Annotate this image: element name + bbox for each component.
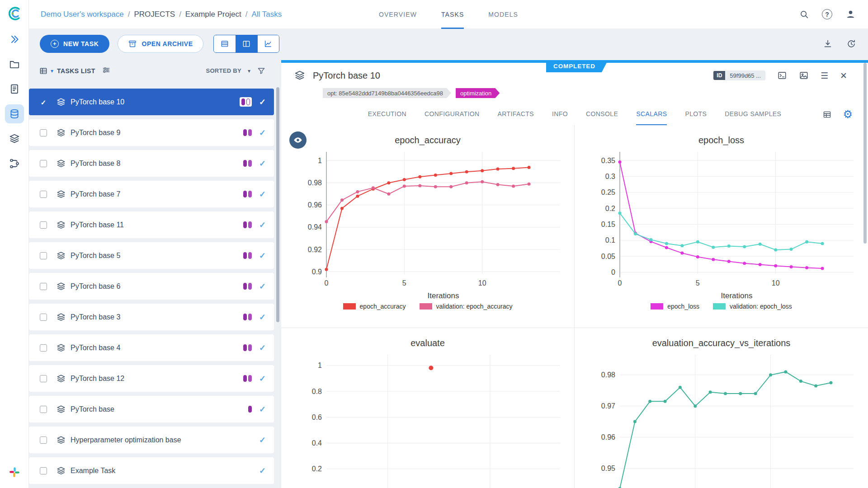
new-task-button[interactable]: + NEW TASK xyxy=(40,35,109,53)
task-row[interactable]: PyTorch base 6✓ xyxy=(29,273,274,300)
legend-item[interactable]: epoch_accuracy xyxy=(343,303,406,310)
task-checkbox[interactable] xyxy=(40,467,47,474)
archive-icon xyxy=(128,39,137,48)
sorted-by-label[interactable]: SORTED BY xyxy=(206,67,241,74)
task-checkbox[interactable] xyxy=(40,375,47,382)
task-type-icon xyxy=(56,159,66,169)
task-row[interactable]: ✓PyTorch base 10✓ xyxy=(29,89,274,115)
task-checkbox[interactable] xyxy=(40,406,47,413)
top-tab-overview[interactable]: OVERVIEW xyxy=(379,0,417,29)
detail-tab-configuration[interactable]: CONFIGURATION xyxy=(425,103,480,125)
chart-canvas[interactable]: 0.950.960.970.98 xyxy=(576,351,867,488)
task-row[interactable]: PyTorch base 4✓ xyxy=(29,334,274,361)
chevron-down-icon[interactable]: ▾ xyxy=(248,68,250,74)
datasets-icon[interactable] xyxy=(5,104,24,123)
detail-tab-scalars[interactable]: SCALARS xyxy=(636,103,667,125)
column-settings-icon[interactable] xyxy=(102,66,111,76)
svg-text:0.6: 0.6 xyxy=(311,413,321,421)
models-icon[interactable] xyxy=(5,129,24,148)
view-selector-icon[interactable]: ▾ xyxy=(39,66,53,75)
chart-title: epoch_loss xyxy=(698,135,744,145)
task-type-icon xyxy=(56,128,66,138)
projects-icon[interactable] xyxy=(5,55,24,74)
task-row[interactable]: Hyperparameter optimization base✓ xyxy=(29,427,274,453)
table-view-icon[interactable] xyxy=(214,35,236,52)
task-row[interactable]: PyTorch base 12✓ xyxy=(29,365,274,392)
task-checkbox[interactable] xyxy=(40,252,47,259)
task-status-check-icon: ✓ xyxy=(259,343,266,353)
pipelines-icon[interactable] xyxy=(5,154,24,173)
task-tag[interactable]: optimization xyxy=(456,88,500,98)
top-tab-models[interactable]: MODELS xyxy=(488,0,518,29)
reports-icon[interactable] xyxy=(5,80,24,99)
task-checkbox[interactable] xyxy=(40,160,47,167)
task-id-chip[interactable]: ID 59f99d65 ... xyxy=(713,70,765,80)
user-avatar-icon[interactable] xyxy=(845,9,856,20)
breadcrumb-separator: / xyxy=(179,10,181,19)
filter-icon[interactable] xyxy=(257,66,266,75)
chart-canvas[interactable]: 0.20.40.60.81 xyxy=(282,351,574,488)
legend-item[interactable]: epoch_loss xyxy=(651,303,699,310)
clearml-logo[interactable] xyxy=(5,5,24,23)
slack-icon[interactable] xyxy=(9,466,20,480)
detail-scrollbar-thumb[interactable] xyxy=(863,63,867,244)
detail-tab-execution[interactable]: EXECUTION xyxy=(368,103,406,125)
task-checkbox[interactable] xyxy=(40,283,47,290)
breadcrumb-item[interactable]: All Tasks xyxy=(251,10,282,19)
detail-tab-console[interactable]: CONSOLE xyxy=(586,103,618,125)
task-row[interactable]: PyTorch base 9✓ xyxy=(29,119,274,146)
detail-tab-info[interactable]: INFO xyxy=(552,103,568,125)
task-checkbox[interactable]: ✓ xyxy=(40,99,47,106)
chart-canvas[interactable]: 00.050.10.150.20.250.30.350510Iterations xyxy=(576,148,867,302)
task-checkbox[interactable] xyxy=(40,436,47,444)
split-view-icon[interactable] xyxy=(236,35,257,52)
top-tab-tasks[interactable]: TASKS xyxy=(441,0,464,29)
task-tags-icon xyxy=(248,406,252,413)
gear-icon[interactable]: ⚙ xyxy=(843,108,853,121)
help-icon[interactable]: ? xyxy=(822,9,832,19)
legend-item[interactable]: validation: epoch_loss xyxy=(713,303,792,310)
task-row[interactable]: Example Task✓ xyxy=(29,457,274,484)
detail-tab-debug-samples[interactable]: DEBUG SAMPLES xyxy=(725,103,781,125)
svg-text:0.98: 0.98 xyxy=(601,371,615,379)
menu-icon[interactable]: ☰ xyxy=(821,70,828,81)
task-status-check-icon: ✓ xyxy=(259,97,266,107)
task-checkbox[interactable] xyxy=(40,191,47,198)
task-row[interactable]: PyTorch base 5✓ xyxy=(29,242,274,269)
task-row[interactable]: PyTorch base 8✓ xyxy=(29,150,274,177)
detail-tab-artifacts[interactable]: ARTIFACTS xyxy=(498,103,534,125)
debug-image-shortcut-icon[interactable] xyxy=(799,70,809,80)
task-checkbox[interactable] xyxy=(40,344,47,352)
tasks-scrollbar[interactable] xyxy=(274,58,281,488)
expand-sidebar-icon[interactable] xyxy=(5,30,24,49)
svg-text:0.1: 0.1 xyxy=(605,236,615,244)
svg-text:0.9: 0.9 xyxy=(311,268,321,276)
search-icon[interactable] xyxy=(799,9,809,19)
task-tags-icon xyxy=(243,375,252,382)
task-tag[interactable]: opt: 85e5482ddd7149b8ba0446356eedca98 xyxy=(323,88,451,98)
task-row[interactable]: PyTorch base 7✓ xyxy=(29,181,274,207)
hide-show-plots-eye-icon[interactable] xyxy=(289,131,307,149)
task-row[interactable]: PyTorch base✓ xyxy=(29,396,274,422)
download-icon[interactable] xyxy=(823,39,833,49)
task-checkbox[interactable] xyxy=(40,221,47,229)
task-type-icon xyxy=(56,466,66,476)
breadcrumb-item[interactable]: Demo User's workspace xyxy=(41,10,124,19)
close-icon[interactable]: ✕ xyxy=(840,70,847,81)
detail-tab-plots[interactable]: PLOTS xyxy=(685,103,707,125)
legend-item[interactable]: validation: epoch_accuracy xyxy=(420,303,513,310)
detail-scrollbar[interactable] xyxy=(863,63,867,486)
tasks-scrollbar-thumb[interactable] xyxy=(276,87,279,322)
open-archive-label: OPEN ARCHIVE xyxy=(142,40,193,47)
task-row[interactable]: PyTorch base 11✓ xyxy=(29,211,274,238)
metrics-table-icon[interactable] xyxy=(822,110,832,119)
svg-text:0.97: 0.97 xyxy=(601,402,615,410)
task-row[interactable]: PyTorch base 3✓ xyxy=(29,304,274,330)
open-archive-button[interactable]: OPEN ARCHIVE xyxy=(118,35,203,53)
chart-canvas[interactable]: 0.90.920.940.960.9810510Iterations xyxy=(282,148,574,302)
chart-view-icon[interactable] xyxy=(257,35,279,52)
task-checkbox[interactable] xyxy=(40,129,47,136)
auto-refresh-icon[interactable] xyxy=(846,39,856,49)
task-checkbox[interactable] xyxy=(40,314,47,321)
console-shortcut-icon[interactable] xyxy=(777,70,787,80)
